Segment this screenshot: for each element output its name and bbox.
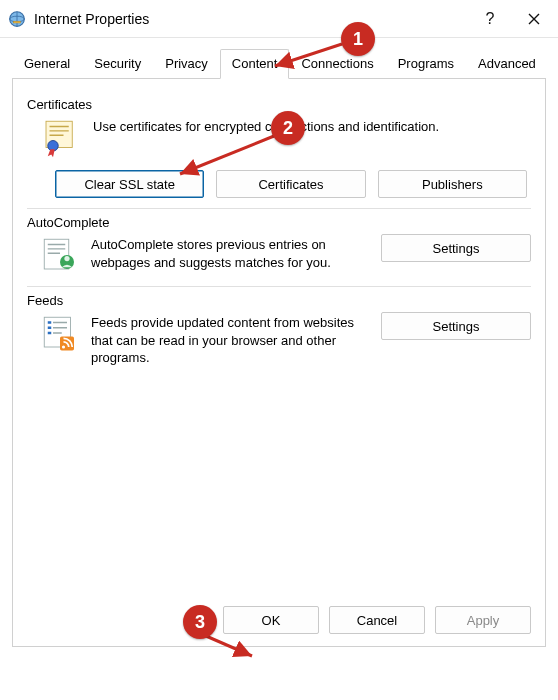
- annotation-step-1: 1: [341, 22, 375, 56]
- autocomplete-heading: AutoComplete: [27, 215, 531, 230]
- tab-security[interactable]: Security: [82, 49, 153, 79]
- clear-ssl-state-button[interactable]: Clear SSL state: [55, 170, 204, 198]
- cancel-button[interactable]: Cancel: [329, 606, 425, 634]
- tab-panel-content: Certificates Use certificates for encryp…: [12, 79, 546, 647]
- tab-general[interactable]: General: [12, 49, 82, 79]
- feeds-settings-button[interactable]: Settings: [381, 312, 531, 340]
- certificate-icon: [39, 116, 81, 158]
- tab-connections[interactable]: Connections: [289, 49, 385, 79]
- annotation-step-3: 3: [183, 605, 217, 639]
- feeds-heading: Feeds: [27, 293, 531, 308]
- svg-point-10: [62, 345, 65, 348]
- tab-strip: General Security Privacy Content Connect…: [12, 48, 546, 79]
- close-button[interactable]: [512, 3, 556, 35]
- annotation-step-2: 2: [271, 111, 305, 145]
- tab-content[interactable]: Content: [220, 49, 290, 79]
- svg-rect-2: [14, 21, 21, 23]
- window-title: Internet Properties: [34, 11, 468, 27]
- certificates-description: Use certificates for encrypted connectio…: [93, 116, 531, 136]
- apply-button[interactable]: Apply: [435, 606, 531, 634]
- autocomplete-icon: [39, 234, 81, 276]
- autocomplete-description: AutoComplete stores previous entries on …: [91, 234, 363, 271]
- tab-privacy[interactable]: Privacy: [153, 49, 220, 79]
- publishers-button[interactable]: Publishers: [378, 170, 527, 198]
- tab-advanced[interactable]: Advanced: [466, 49, 548, 79]
- divider: [27, 208, 531, 209]
- feeds-description: Feeds provide updated content from websi…: [91, 312, 363, 367]
- help-button[interactable]: ?: [468, 3, 512, 35]
- svg-point-7: [64, 256, 69, 261]
- autocomplete-settings-button[interactable]: Settings: [381, 234, 531, 262]
- divider: [27, 286, 531, 287]
- app-icon: [8, 10, 26, 28]
- feeds-icon: [39, 312, 81, 354]
- ok-button[interactable]: OK: [223, 606, 319, 634]
- certificates-button[interactable]: Certificates: [216, 170, 365, 198]
- certificates-heading: Certificates: [27, 97, 531, 112]
- tab-programs[interactable]: Programs: [386, 49, 466, 79]
- titlebar: Internet Properties ?: [0, 0, 558, 38]
